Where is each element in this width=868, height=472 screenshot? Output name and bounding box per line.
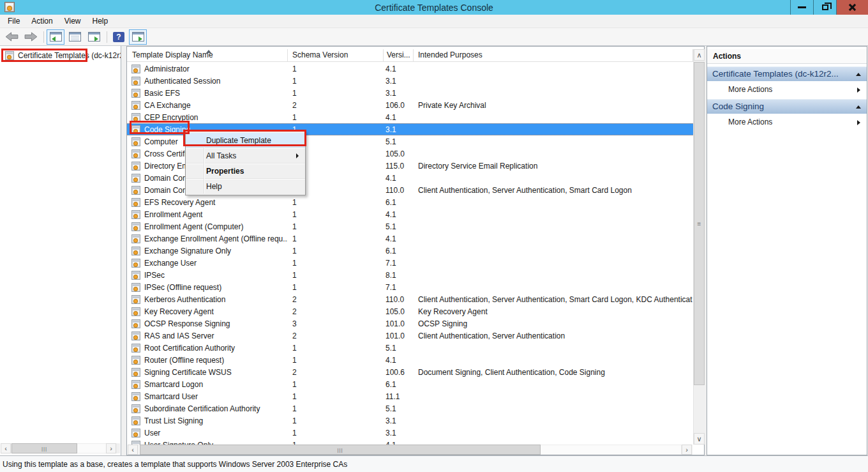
scroll-down-button[interactable]: ∨ [694,433,705,445]
action-pane-icon [132,32,144,42]
tree-item-certificate-templates[interactable]: Certificate Templates (dc-k12r2- [0,49,121,62]
template-name: User [144,429,160,438]
table-row[interactable]: IPSec18.1 [127,269,693,281]
scroll-up-button[interactable]: ∧ [694,49,705,61]
context-menu-item-help[interactable]: Help [186,179,305,194]
template-name: Directory Em [144,162,188,171]
table-row[interactable]: Key Recovery Agent2105.0Key Recovery Age… [127,305,693,317]
table-row[interactable]: Authenticated Session13.1 [127,75,693,87]
table-row[interactable]: Smartcard Logon16.1 [127,378,693,390]
menu-help[interactable]: Help [87,15,114,27]
table-row[interactable]: Signing Certificate WSUS2100.6Document S… [127,366,693,378]
menu-view[interactable]: View [59,15,87,27]
template-name-cell: Key Recovery Agent [127,307,288,316]
template-name-cell: Smartcard Logon [127,380,288,389]
table-row[interactable]: Exchange Enrollment Agent (Offline requ.… [127,232,693,245]
template-name-cell: Exchange Signature Only [127,247,288,255]
scrollbar-thumb[interactable]: ≡ [694,62,705,385]
certificate-template-icon [131,319,140,328]
table-row[interactable]: IPSec (Offline request)17.1 [127,281,693,293]
actions-section-header[interactable]: Code Signing [707,99,867,114]
back-button[interactable] [3,29,20,45]
table-row[interactable]: Root Certification Authority15.1 [127,342,693,354]
table-row[interactable]: EFS Recovery Agent16.1 [127,196,693,208]
context-menu-item-duplicate-template[interactable]: Duplicate Template [186,133,305,148]
schema-version-cell: 1 [288,380,384,389]
table-row[interactable]: Smartcard User111.1 [127,390,693,402]
table-row[interactable]: CA Exchange2106.0Private Key Archival [127,99,693,111]
more-actions-item[interactable]: More Actions [707,116,867,129]
table-row[interactable]: User Signature Only14.1 [127,439,693,445]
menu-file[interactable]: File [2,15,26,27]
template-name: Exchange User [144,259,197,268]
more-actions-label: More Actions [728,85,772,94]
table-row[interactable]: Basic EFS13.1 [127,87,693,99]
table-row[interactable]: Trust List Signing13.1 [127,415,693,427]
column-header-intended-purposes[interactable]: Intended Purposes [414,49,693,61]
minimize-icon [798,6,806,8]
help-button[interactable]: ? [110,29,128,45]
menu-action[interactable]: Action [26,15,58,27]
scroll-left-button[interactable]: ‹ [128,445,138,455]
context-menu-item-all-tasks[interactable]: All Tasks [186,148,305,163]
certificate-template-icon [131,271,140,280]
more-actions-item[interactable]: More Actions [707,83,867,96]
table-row[interactable]: CEP Encryption14.1 [127,111,693,123]
certificate-template-icon [131,89,140,98]
table-row[interactable]: Administrator14.1 [127,63,693,75]
template-name-cell: Root Certification Authority [127,344,288,353]
properties-button[interactable] [66,29,84,45]
restore-button[interactable] [814,0,837,15]
table-row[interactable]: Enrollment Agent (Computer)15.1 [127,220,693,232]
context-menu-item-properties[interactable]: Properties [186,164,305,178]
scroll-right-button[interactable]: › [106,443,116,453]
schema-version-cell: 1 [288,283,384,292]
actions-pane-title: Actions [707,49,867,64]
actions-section-header[interactable]: Certificate Templates (dc-k12r2... [707,66,867,81]
actions-section-title: Code Signing [712,102,764,111]
collapse-icon[interactable] [856,105,861,109]
forward-button[interactable] [22,29,40,45]
close-button[interactable] [837,0,868,15]
schema-version-cell: 1 [288,89,384,98]
certificate-template-icon [131,368,140,377]
table-row[interactable]: Exchange Signature Only16.1 [127,245,693,257]
intended-purposes-cell: OCSP Signing [414,319,693,328]
table-row[interactable]: Exchange User17.1 [127,257,693,269]
version-cell: 4.1 [384,210,414,219]
export-list-button[interactable] [85,29,103,45]
scroll-right-button[interactable]: › [682,445,692,455]
certificate-template-icon [131,344,140,353]
certificate-template-icon [131,356,140,365]
column-header-label: Intended Purposes [418,50,483,59]
list-vertical-scrollbar[interactable]: ∧ ≡ ∨ [693,49,705,445]
version-cell: 3.1 [384,429,414,438]
certificate-template-icon [131,77,140,86]
template-name-cell: Smartcard User [127,392,288,401]
column-header-version[interactable]: Versi... [384,49,414,61]
column-header-schema-version[interactable]: Schema Version [288,49,384,61]
collapse-icon[interactable] [856,73,861,76]
table-row[interactable]: Enrollment Agent14.1 [127,208,693,220]
scroll-left-button[interactable]: ‹ [1,443,11,453]
schema-version-cell: 2 [288,368,384,377]
table-row[interactable]: OCSP Response Signing3101.0OCSP Signing [127,317,693,330]
table-row[interactable]: User13.1 [127,427,693,439]
list-horizontal-scrollbar[interactable]: ‹ ||| › [128,445,692,455]
scrollbar-thumb[interactable]: ||| [11,443,77,453]
table-row[interactable]: Subordinate Certification Authority15.1 [127,402,693,415]
scrollbar-thumb[interactable]: ||| [140,445,541,455]
certificate-template-icon [131,65,140,73]
properties-window-icon [69,32,81,42]
show-console-tree-button[interactable] [47,29,64,45]
table-row[interactable]: Router (Offline request)14.1 [127,354,693,366]
table-row[interactable]: RAS and IAS Server2101.0Client Authentic… [127,330,693,342]
title-bar[interactable]: Certificate Templates Console [0,0,868,15]
tree-horizontal-scrollbar[interactable]: ‹ ||| › [1,443,120,453]
minimize-button[interactable] [791,0,814,15]
show-action-pane-button[interactable] [129,29,147,45]
column-header-template-display-name[interactable]: Template Display Name [127,49,288,61]
template-name: EFS Recovery Agent [144,198,215,207]
table-row[interactable]: Kerberos Authentication2110.0Client Auth… [127,293,693,305]
schema-version-cell: 2 [288,101,384,110]
